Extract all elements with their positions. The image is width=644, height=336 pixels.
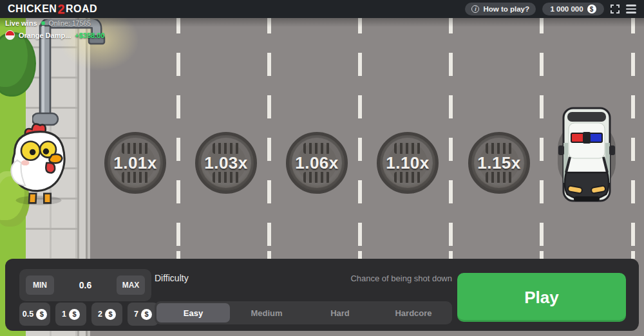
avatar [5, 30, 15, 40]
balance-display[interactable]: 1 000 000 $ [542, 3, 604, 15]
app-root: CHICKEN2ROAD i How to play? 1 000 000 $ [0, 0, 644, 336]
multiplier-label: 1.06x [289, 135, 345, 191]
bet-amount-box: MIN 0.6 MAX [19, 269, 151, 301]
bet-amount-value[interactable]: 0.6 [79, 280, 91, 290]
multiplier-label: 1.15x [471, 135, 527, 191]
quick-bet-button-2[interactable]: 2 $ [91, 303, 122, 326]
coin-icon: $ [587, 5, 596, 14]
fullscreen-icon [611, 5, 620, 14]
play-button[interactable]: Play [457, 273, 626, 322]
coin-icon: $ [141, 309, 152, 320]
tab-medium[interactable]: Medium [230, 303, 303, 322]
quick-bet-button-0.5[interactable]: 0.5 $ [19, 303, 50, 326]
fullscreen-button[interactable] [611, 5, 620, 14]
lane-divider [176, 18, 180, 259]
tab-hard[interactable]: Hard [303, 303, 377, 322]
manhole-multiplier: 1.10x [377, 132, 439, 194]
multiplier-label: 1.10x [380, 135, 435, 191]
how-to-play-button[interactable]: i How to play? [465, 3, 536, 15]
live-wins-widget: Live wins Online: 17565 Orange Damp... +… [5, 19, 104, 43]
topbar-right: i How to play? 1 000 000 $ [465, 3, 636, 15]
winner-name: Orange Damp... [19, 32, 71, 39]
manhole-multiplier: 1.01x [104, 132, 166, 194]
logo-chicken: CHICKEN [8, 3, 57, 15]
balance-value: 1 000 000 [550, 5, 583, 13]
live-win-entry[interactable]: Orange Damp... +$358.00 [5, 30, 104, 40]
tab-easy[interactable]: Easy [156, 303, 230, 322]
control-panel: MIN 0.6 MAX 0.5 $ 1 $ 2 $ 7 $ Difficulty [5, 259, 639, 331]
manhole-multiplier: 1.03x [195, 132, 257, 194]
lane-divider [540, 18, 544, 259]
lane-divider [267, 18, 271, 259]
quick-bet-button-7[interactable]: 7 $ [128, 303, 158, 326]
multiplier-label: 1.01x [108, 135, 163, 191]
min-button[interactable]: MIN [26, 275, 54, 295]
chicken-character [5, 121, 72, 206]
labels-row: Difficulty Chance of being shot down [155, 273, 452, 283]
lane-divider [631, 18, 635, 259]
manhole-multiplier: 1.06x [286, 132, 348, 194]
online-dot-icon [41, 21, 45, 25]
max-button[interactable]: MAX [117, 275, 145, 295]
logo: CHICKEN2ROAD [8, 2, 97, 17]
tab-hardcore[interactable]: Hardcore [377, 303, 450, 322]
info-icon: i [471, 5, 479, 13]
menu-icon [626, 5, 636, 14]
multiplier-label: 1.03x [198, 135, 254, 191]
coin-icon: $ [69, 309, 80, 320]
menu-button[interactable] [626, 5, 636, 14]
win-amount: +$358.00 [75, 32, 104, 39]
quick-bet-button-1[interactable]: 1 $ [55, 303, 86, 326]
police-car [556, 106, 617, 203]
coin-icon: $ [36, 309, 47, 320]
quick-bet-row: 0.5 $ 1 $ 2 $ 7 $ [19, 303, 158, 326]
logo-2: 2 [57, 2, 65, 17]
online-count: Online: 17565 [49, 19, 91, 27]
live-wins-title: Live wins [5, 19, 37, 27]
chance-label: Chance of being shot down [350, 274, 452, 283]
manhole-multiplier: 1.15x [468, 132, 530, 194]
lane-divider [449, 18, 453, 259]
logo-road: ROAD [66, 3, 97, 15]
coin-icon: $ [105, 309, 116, 320]
top-bar: CHICKEN2ROAD i How to play? 1 000 000 $ [0, 0, 644, 18]
difficulty-label: Difficulty [155, 273, 189, 283]
difficulty-tabs: Easy Medium Hard Hardcore [155, 301, 452, 324]
how-to-play-label: How to play? [483, 5, 529, 13]
lane-divider [358, 18, 362, 259]
